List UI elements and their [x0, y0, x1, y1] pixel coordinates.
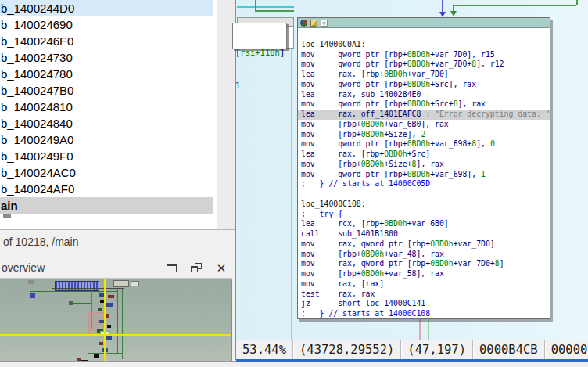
- graph-edge: [291, 49, 292, 340]
- function-list-item[interactable]: b_140024810: [0, 99, 213, 115]
- function-list-item[interactable]: b_1400246E0: [0, 33, 213, 49]
- crosshair-horizontal: [0, 334, 232, 336]
- graph-node-code-block[interactable]: loc_14000C0A1:mov qword ptr [rbp+0BD0h+v…: [297, 17, 550, 319]
- minimap-shape: [88, 353, 123, 354]
- bottom-dock-strip: [0, 362, 588, 367]
- function-list-item[interactable]: b_140024690: [0, 16, 213, 33]
- minimap-shape: [106, 303, 113, 307]
- minimap-shape: [99, 342, 103, 345]
- minimap-shape: [122, 289, 123, 359]
- function-list-item[interactable]: b_1400249A0: [0, 131, 213, 148]
- asm-line[interactable]: [298, 30, 550, 40]
- asm-line[interactable]: lea rax, sub_1400284E0: [298, 90, 550, 100]
- graph-edge: [255, 10, 294, 12]
- disassembly-listing: loc_14000C0A1:mov qword ptr [rbp+0BD0h+v…: [298, 28, 550, 319]
- asm-line[interactable]: [298, 189, 550, 200]
- asm-line[interactable]: lea rax, [rbp+0BD0h+var_7D0]: [298, 70, 550, 80]
- graph-overview-title: overview: [2, 261, 45, 274]
- asm-line[interactable]: loc_14000C108:: [298, 200, 550, 210]
- node-edit-icon[interactable]: [310, 20, 317, 27]
- asm-line[interactable]: mov qword ptr [rbp+0BD0h+Src], rax: [298, 80, 550, 90]
- close-button[interactable]: ✕: [213, 261, 230, 276]
- asm-line[interactable]: ; } // starts at 14000C05D: [298, 179, 550, 189]
- function-list-item[interactable]: b_140024AC0: [0, 164, 213, 181]
- asm-line[interactable]: mov qword ptr [rbp+0BD0h+var_698], 1: [298, 170, 550, 180]
- asm-line[interactable]: mov [rbp+0BD0h+var_48], rax: [298, 250, 550, 260]
- file-offset: 0000B4CB: [473, 340, 545, 359]
- graph-node-titlebar[interactable]: [298, 18, 550, 28]
- graph-edge: [453, 5, 576, 6]
- asm-line[interactable]: mov rax, qword ptr [rbp+0BD0h+var_7D0]: [298, 239, 550, 250]
- panel-divider: [0, 229, 235, 230]
- minimap-shape: [113, 280, 129, 287]
- edge-arrowhead-icon: [439, 12, 446, 17]
- list-partial-item: [3, 214, 11, 218]
- asm-line[interactable]: call sub_1401B1800: [298, 229, 550, 239]
- function-list-item[interactable]: ain: [0, 197, 213, 214]
- function-list-item[interactable]: b_140024730: [0, 49, 213, 66]
- cursor-coordinates: (47,197): [401, 340, 473, 359]
- graph-edge: [237, 6, 294, 8]
- graph-edge: [255, 0, 256, 10]
- graph-edge: [576, 0, 578, 5]
- asm-line[interactable]: mov qword ptr [rbp+0BD0h+var_7D0], r15: [298, 50, 550, 60]
- asm-line[interactable]: mov rax, [rax]: [298, 279, 550, 290]
- minimap-shape: [131, 281, 139, 286]
- graph-view-canvas[interactable]: loc_14000C0A1:mov qword ptr [rbp+0BD0h+v…: [236, 0, 588, 340]
- minimap-shape: [108, 295, 114, 298]
- graph-edge: [428, 318, 429, 340]
- node-frame-icon[interactable]: [321, 20, 328, 27]
- asm-line[interactable]: mov qword ptr [rbp+0BD0h+var_7D0+8], r12: [298, 59, 550, 70]
- minimap-shape: [117, 289, 118, 354]
- asm-line[interactable]: lea rax, off_1401EAFC8 ; "Error decrypti…: [298, 110, 550, 120]
- tooltip-expression: [rsi+118h]: [235, 47, 286, 58]
- function-list-item[interactable]: b_1400249F0: [0, 148, 213, 164]
- graph-edge: [419, 318, 421, 340]
- ida-window: b_1400244D0b_140024690b_1400246E0b_14002…: [0, 0, 588, 367]
- asm-line[interactable]: mov qword ptr [rbp+0BD0h+Src+8], rax: [298, 99, 550, 110]
- maximize-icon: [167, 264, 177, 272]
- asm-line[interactable]: ; } // starts at 14000C108: [298, 309, 550, 319]
- asm-line[interactable]: ; try {: [298, 210, 550, 220]
- asm-line[interactable]: mov [rbp+0BD0h+var_6B0], rax: [298, 120, 550, 130]
- maximize-button[interactable]: [163, 261, 180, 276]
- graph-edge: [442, 0, 443, 13]
- function-list-item[interactable]: b_140024AF0: [0, 181, 213, 197]
- minimap-shape: [28, 280, 34, 284]
- minimap-shape: [55, 281, 99, 291]
- asm-line[interactable]: mov [rbp+0BD0h+Size+8], rax: [298, 160, 550, 170]
- asm-line[interactable]: loc_14000C0A1:: [298, 40, 550, 50]
- node-color-icon[interactable]: [300, 20, 307, 27]
- minimap-shape: [94, 354, 99, 358]
- function-list-item[interactable]: b_140024840: [0, 115, 213, 131]
- graph-overview-minimap[interactable]: [0, 279, 232, 361]
- asm-line[interactable]: lea rcx, [rbp+0BD0h+var_6B0]: [298, 219, 550, 229]
- function-list-item[interactable]: b_1400244D0: [0, 0, 213, 16]
- function-list-item[interactable]: b_140024780: [0, 66, 213, 82]
- float-icon: [191, 263, 202, 272]
- minimap-shape: [98, 308, 102, 311]
- functions-list[interactable]: b_1400244D0b_140024690b_1400246E0b_14002…: [0, 0, 217, 229]
- minimap-shape: [52, 288, 124, 289]
- asm-line[interactable]: jz short loc_14000C141: [298, 299, 550, 309]
- graph-overview-titlebar: overview ✕: [0, 257, 232, 279]
- asm-line[interactable]: mov [rbp+0BD0h+var_58], rax: [298, 269, 550, 279]
- minimap-shape: [30, 293, 35, 298]
- edge-arrowhead-icon: [450, 11, 457, 16]
- crosshair-vertical: [104, 279, 106, 361]
- minimap-shape: [107, 325, 111, 328]
- hint-tooltip: [rsi+118h] 1: [232, 23, 287, 49]
- tooltip-value: 1: [235, 80, 286, 91]
- asm-line[interactable]: mov rax, qword ptr [rbp+0BD0h+var_7D0+8]: [298, 259, 550, 269]
- zoom-percent: 53.44%: [236, 340, 293, 359]
- asm-line[interactable]: lea rax, [rbp+0BD0h+Src]: [298, 149, 550, 160]
- screen-coordinates: (43728,29552): [293, 340, 401, 359]
- virtual-address: 00000000: [545, 340, 588, 359]
- asm-line[interactable]: mov qword ptr [rbp+0BD0h+var_698+8], 0: [298, 139, 550, 149]
- close-icon: ✕: [217, 261, 227, 275]
- asm-line[interactable]: test rax, rax: [298, 290, 550, 300]
- function-list-item[interactable]: b_1400247B0: [0, 82, 213, 99]
- status-bar: 53.44%(43728,29552)(47,197)0000B4CB00000…: [236, 340, 588, 359]
- float-button[interactable]: [188, 261, 205, 276]
- asm-line[interactable]: mov [rbp+0BD0h+Size], 2: [298, 130, 550, 140]
